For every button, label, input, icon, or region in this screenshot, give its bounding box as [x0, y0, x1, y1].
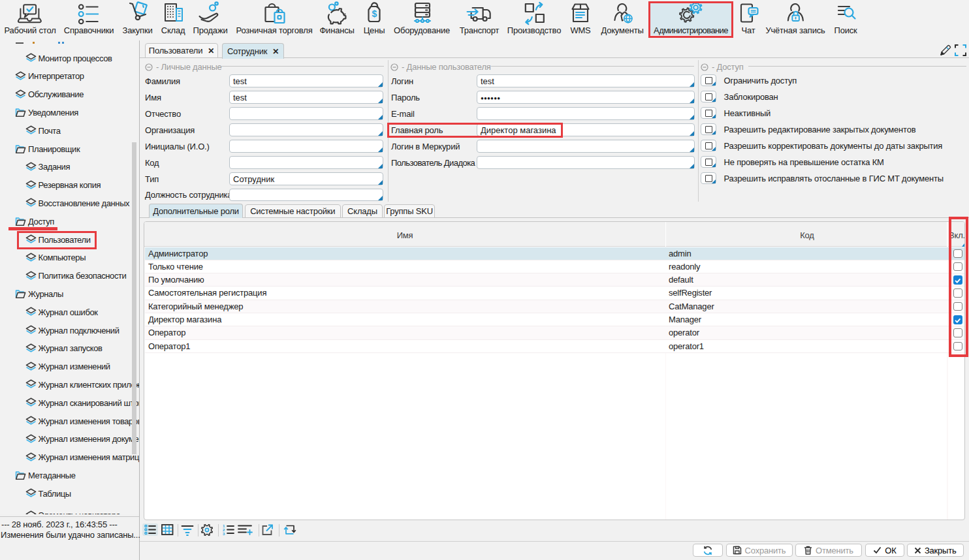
svg-text:$: $ — [372, 8, 377, 19]
svg-text:3: 3 — [223, 532, 225, 535]
